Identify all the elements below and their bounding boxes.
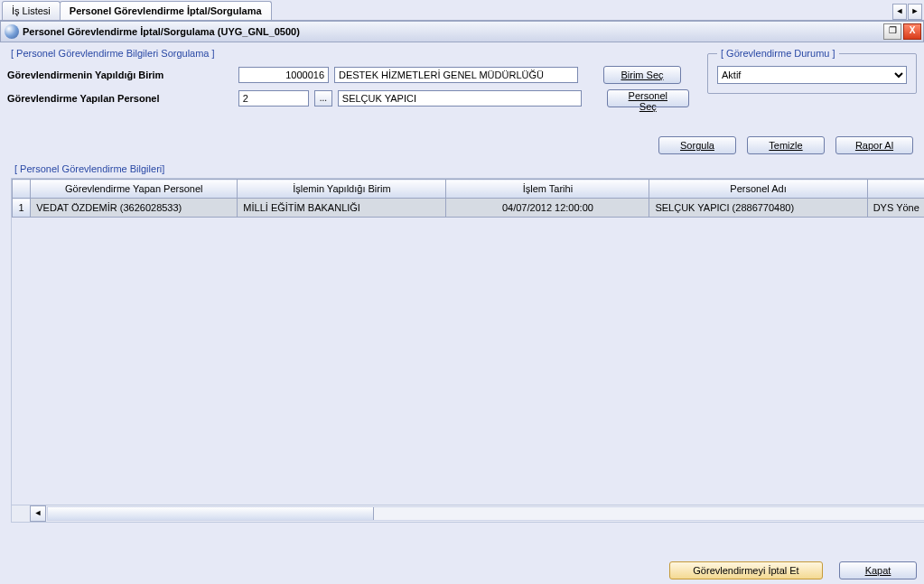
hscroll-left-icon[interactable]: ◄ (30, 505, 46, 522)
col-personel-adi[interactable]: Personel Adı (649, 180, 867, 199)
col-extra[interactable]: P (867, 180, 924, 199)
label-birim: Görevlendirmenin Yapıldığı Birim (7, 70, 233, 80)
close-icon[interactable]: X (903, 23, 921, 40)
col-yapan-personel[interactable]: Görevlendirme Yapan Personel (31, 180, 238, 199)
query-actions: Sorgula Temizle Rapor Al (7, 136, 913, 154)
rapor-button[interactable]: Rapor Al (835, 136, 913, 154)
grid-wrapper: Görevlendirme Yapan Personel İşlemin Yap… (11, 178, 924, 523)
tabstrip-scroll-right-icon[interactable]: ► (908, 4, 922, 20)
table-header-row: Görevlendirme Yapan Personel İşlemin Yap… (13, 180, 925, 199)
content-area: [ Personel Görevlendirme Bilgileri Sorgu… (0, 42, 924, 584)
app-icon (5, 24, 19, 39)
personel-lookup-button[interactable]: ... (314, 90, 332, 107)
tabstrip-scroll: ◄ ► (891, 4, 924, 20)
window-titlebar: Personel Görevlendirme İptal/Sorgulama (… (0, 21, 924, 42)
kapat-button[interactable]: Kapat (839, 561, 917, 579)
tab-is-listesi[interactable]: İş Listesi (2, 1, 61, 20)
temizle-button[interactable]: Temizle (747, 136, 825, 154)
cell-extra: DYS Yöne (867, 199, 924, 218)
sorgula-button[interactable]: Sorgula (658, 136, 736, 154)
col-islem-birim[interactable]: İşlemin Yapıldığı Birim (238, 180, 446, 199)
cell-personel-adi: SELÇUK YAPICI (2886770480) (649, 199, 867, 218)
window-title: Personel Görevlendirme İptal/Sorgulama (… (23, 26, 300, 37)
cell-islem-tarihi: 04/07/2012 12:00:00 (446, 199, 649, 218)
col-corner[interactable] (13, 180, 31, 199)
restore-icon[interactable]: ❐ (883, 23, 901, 40)
horizontal-scrollbar[interactable]: ◄ ► (12, 505, 924, 522)
tab-gorevlendirme[interactable]: Personel Görevlendirme İptal/Sorgulama (60, 1, 272, 20)
bottom-actions: Görevlendirmeyi İptal Et Kapat (7, 561, 917, 579)
birim-kod-input[interactable] (238, 67, 329, 83)
label-personel: Görevlendirme Yapılan Personel (7, 93, 233, 104)
list-group-title: [ Personel Görevlendirme Bilgileri] (11, 163, 168, 174)
tabstrip-scroll-left-icon[interactable]: ◄ (892, 4, 907, 20)
status-select[interactable]: Aktif (717, 66, 907, 84)
personel-ad-input[interactable] (338, 90, 582, 107)
status-group: [ Görevlendirme Durumu ] Aktif (707, 48, 917, 94)
status-group-title: [ Görevlendirme Durumu ] (717, 48, 839, 59)
iptal-button[interactable]: Görevlendirmeyi İptal Et (669, 561, 823, 579)
row-index: 1 (13, 199, 31, 218)
list-group: [ Personel Görevlendirme Bilgileri] Göre… (7, 163, 924, 526)
tab-strip: İş Listesi Personel Görevlendirme İptal/… (0, 0, 924, 21)
hscroll-track[interactable] (47, 506, 924, 521)
table-row[interactable]: 1 VEDAT ÖZDEMİR (3626028533) MİLLİ EĞİTİ… (13, 199, 925, 218)
personel-kod-input[interactable] (238, 90, 309, 107)
col-islem-tarihi[interactable]: İşlem Tarihi (446, 180, 649, 199)
query-group: [ Personel Görevlendirme Bilgileri Sorgu… (7, 48, 698, 122)
cell-islem-birim: MİLLİ EĞİTİM BAKANLIĞI (238, 199, 446, 218)
results-table: Görevlendirme Yapan Personel İşlemin Yap… (12, 179, 924, 218)
cell-yapan-personel: VEDAT ÖZDEMİR (3626028533) (31, 199, 238, 218)
birim-ad-input[interactable] (334, 67, 578, 83)
hscroll-thumb[interactable] (48, 507, 374, 520)
birim-sec-button[interactable]: Birim Seç (603, 66, 681, 84)
query-group-title: [ Personel Görevlendirme Bilgileri Sorgu… (7, 48, 219, 59)
personel-sec-button[interactable]: Personel Seç (607, 89, 689, 107)
